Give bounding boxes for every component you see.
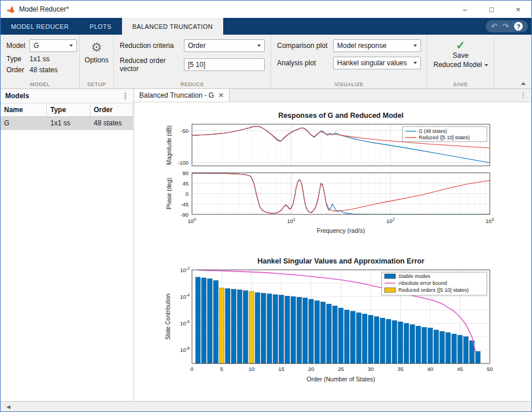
matlab-logo-icon: [5, 4, 16, 14]
undo-icon[interactable]: ↶: [491, 23, 497, 30]
svg-text:-100: -100: [178, 159, 189, 166]
quick-access-toolbar: ↶ ↷ ?: [486, 20, 528, 32]
doc-tab-close-icon[interactable]: ✕: [218, 91, 224, 99]
tab-balanced-truncation[interactable]: BALANCED TRUNCATION: [122, 18, 223, 35]
svg-text:Frequency (rad/s): Frequency (rad/s): [317, 227, 365, 234]
section-model: Model G Type 1x1 ss Order 48 states MODE…: [1, 35, 80, 88]
document-area: Balanced Truncation - G ✕ ⋮ Responses of…: [134, 89, 531, 401]
svg-text:50: 50: [486, 366, 493, 372]
svg-text:45: 45: [457, 366, 463, 372]
main-area: Models ⋮ Name Type Order G 1x1 ss 48 sta…: [1, 89, 531, 401]
tab-model-reducer[interactable]: MODEL REDUCER: [1, 18, 79, 35]
section-label-visualize: VISUALIZE: [271, 81, 427, 87]
svg-text:10-8: 10-8: [180, 346, 190, 353]
svg-text:0: 0: [185, 191, 188, 197]
svg-text:102: 102: [386, 217, 395, 224]
svg-text:20: 20: [308, 366, 314, 372]
models-panel-menu-icon[interactable]: ⋮: [122, 92, 129, 100]
models-panel: Models ⋮ Name Type Order G 1x1 ss 48 sta…: [1, 89, 134, 401]
svg-text:-90: -90: [180, 211, 189, 218]
models-col-type[interactable]: Type: [47, 103, 90, 117]
close-button[interactable]: ×: [505, 1, 531, 18]
svg-text:10-6: 10-6: [180, 320, 190, 326]
reduction-criteria-label: Reduction criteria: [120, 42, 179, 50]
section-label-save: SAVE: [427, 81, 494, 87]
collapse-toolstrip-icon[interactable]: [521, 82, 526, 85]
help-icon[interactable]: ?: [514, 22, 523, 31]
comparison-plot-label: Comparison plot: [277, 42, 328, 50]
svg-text:Absolute error bound: Absolute error bound: [398, 280, 447, 286]
plot-canvas: Responses of G and Reduced Model-50-100M…: [134, 102, 531, 401]
section-setup: ⚙ Options SETUP: [80, 35, 114, 88]
gear-icon: ⚙: [91, 41, 102, 53]
titlebar: Model Reducer* – □ ×: [1, 1, 531, 18]
table-row[interactable]: 1x1 ss: [47, 117, 90, 130]
svg-text:100: 100: [188, 217, 197, 224]
models-table: Name Type Order G 1x1 ss 48 states: [1, 103, 134, 130]
tab-plots[interactable]: PLOTS: [79, 18, 122, 35]
svg-text:45: 45: [182, 180, 189, 187]
model-reducer-window: Model Reducer* – □ × MODEL REDUCER PLOTS…: [0, 0, 532, 412]
section-label-reduce: REDUCE: [114, 81, 271, 87]
svg-text:35: 35: [397, 366, 404, 372]
window-title: Model Reducer*: [19, 5, 69, 13]
doc-tab-balanced-truncation[interactable]: Balanced Truncation - G ✕: [134, 89, 230, 102]
models-col-name[interactable]: Name: [1, 103, 47, 117]
svg-text:-45: -45: [180, 201, 189, 207]
save-label-line1: Save: [433, 51, 487, 60]
svg-text:10: 10: [248, 366, 254, 372]
options-button[interactable]: ⚙ Options: [84, 39, 108, 64]
maximize-button[interactable]: □: [478, 1, 505, 18]
svg-text:Reduced orders ([5 10] states): Reduced orders ([5 10] states): [398, 287, 469, 293]
svg-text:0: 0: [190, 366, 193, 372]
table-row[interactable]: G: [1, 117, 47, 130]
model-dropdown[interactable]: G: [29, 39, 77, 52]
section-reduce: Reduction criteria Order Reduced order v…: [114, 35, 271, 88]
chevron-down-icon: [413, 62, 417, 64]
svg-text:Responses of G and Reduced Mod: Responses of G and Reduced Model: [278, 112, 404, 120]
redo-icon[interactable]: ↷: [503, 23, 509, 30]
svg-text:-50: -50: [180, 128, 189, 134]
reduced-order-vector-input[interactable]: [184, 58, 265, 71]
document-tabbar: Balanced Truncation - G ✕ ⋮: [134, 89, 531, 102]
scroll-left-icon[interactable]: ◀: [3, 404, 14, 410]
toolstrip-tabbar: MODEL REDUCER PLOTS BALANCED TRUNCATION …: [1, 18, 531, 35]
svg-text:103: 103: [486, 217, 494, 224]
analysis-plot-label: Analysis plot: [277, 59, 328, 67]
svg-text:30: 30: [367, 366, 374, 372]
save-reduced-model-button[interactable]: ✓ Save Reduced Model SAVE: [427, 35, 494, 88]
hsv-figure: Hankel Singular Values and Approximation…: [134, 255, 531, 394]
section-visualize: Comparison plot Model response Analysis …: [271, 35, 427, 88]
chevron-down-icon: [485, 64, 488, 66]
comparison-plot-dropdown[interactable]: Model response: [333, 39, 421, 52]
svg-text:101: 101: [287, 217, 295, 224]
svg-text:Hankel Singular Values and App: Hankel Singular Values and Approximation…: [257, 257, 424, 265]
doc-tabbar-menu-icon[interactable]: ⋮: [515, 89, 531, 102]
table-row[interactable]: 48 states: [90, 117, 133, 130]
reduction-criteria-dropdown[interactable]: Order: [184, 39, 265, 52]
svg-text:25: 25: [338, 366, 344, 372]
svg-text:Magnitude (dB): Magnitude (dB): [166, 125, 172, 165]
svg-text:Phase (deg): Phase (deg): [166, 178, 172, 209]
window-controls: – □ ×: [452, 1, 531, 18]
section-label-setup: SETUP: [80, 81, 113, 87]
toolstrip-filler: [494, 35, 531, 88]
order-value: 48 states: [29, 66, 77, 74]
minimize-button[interactable]: –: [452, 1, 478, 18]
order-label: Order: [6, 66, 29, 74]
chevron-down-icon: [257, 44, 261, 47]
svg-text:G (48 states): G (48 states): [419, 128, 447, 134]
svg-text:State Contribution: State Contribution: [165, 294, 171, 340]
type-value: 1x1 ss: [29, 55, 77, 63]
models-col-order[interactable]: Order: [90, 103, 133, 117]
type-label: Type: [6, 55, 29, 63]
svg-text:Reduced ([5 10] states): Reduced ([5 10] states): [419, 135, 470, 140]
section-label-model: MODEL: [1, 81, 79, 87]
reduced-order-vector-label: Reduced order vector: [120, 57, 179, 73]
svg-text:10-2: 10-2: [180, 266, 190, 273]
check-icon: ✓: [456, 40, 466, 51]
svg-text:5: 5: [220, 366, 223, 372]
toolstrip: Model G Type 1x1 ss Order 48 states MODE…: [1, 35, 531, 89]
analysis-plot-dropdown[interactable]: Hankel singular values: [333, 57, 421, 69]
svg-text:90: 90: [182, 170, 189, 176]
